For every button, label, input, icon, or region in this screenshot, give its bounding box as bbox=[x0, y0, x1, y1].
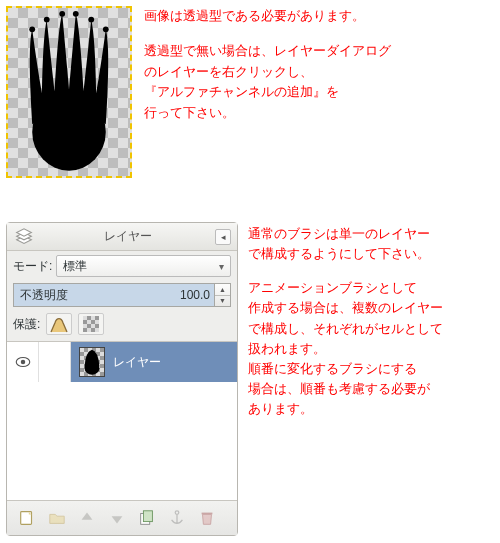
svg-point-16 bbox=[175, 511, 179, 515]
layer-row[interactable]: レイヤー bbox=[7, 342, 237, 382]
svg-point-1 bbox=[29, 26, 35, 32]
svg-point-4 bbox=[73, 11, 79, 17]
text-line: 『アルファチャンネルの追加』を bbox=[144, 84, 339, 99]
text-line: 透過型で無い場合は、レイヤーダイアログ bbox=[144, 43, 391, 58]
visibility-toggle[interactable] bbox=[7, 342, 39, 382]
new-layer-button[interactable] bbox=[13, 505, 41, 531]
link-toggle[interactable] bbox=[39, 342, 71, 382]
text-line: 通常のブラシは単一のレイヤー bbox=[248, 226, 430, 241]
layers-icon bbox=[13, 227, 35, 247]
new-group-button[interactable] bbox=[43, 505, 71, 531]
mode-select[interactable]: 標準 ▾ bbox=[56, 255, 231, 277]
collapse-button[interactable]: ◂ bbox=[215, 229, 231, 245]
dialog-titlebar: レイヤー ◂ bbox=[7, 223, 237, 251]
text-line: 行って下さい。 bbox=[144, 105, 235, 120]
lock-label: 保護: bbox=[13, 316, 40, 333]
move-down-button[interactable] bbox=[103, 505, 131, 531]
instruction-text-top: 画像は透過型である必要があります。 透過型で無い場合は、レイヤーダイアログ のレ… bbox=[144, 6, 391, 138]
step-up-icon[interactable]: ▲ bbox=[215, 284, 230, 296]
canvas-preview bbox=[6, 6, 132, 178]
text-line: 作成する場合は、複数のレイヤー bbox=[248, 300, 443, 315]
svg-point-2 bbox=[44, 17, 50, 23]
step-down-icon[interactable]: ▼ bbox=[215, 296, 230, 307]
opacity-slider[interactable]: 不透明度 100.0 ▲ ▼ bbox=[13, 283, 231, 307]
mode-label: モード: bbox=[13, 258, 52, 275]
text-line: 順番に変化するブラシにする bbox=[248, 361, 417, 376]
svg-point-5 bbox=[88, 17, 94, 23]
delete-layer-button[interactable] bbox=[193, 505, 221, 531]
text-line: で構成し、それぞれがセルとして bbox=[248, 321, 443, 336]
mode-row: モード: 標準 ▾ bbox=[7, 251, 237, 281]
opacity-label: 不透明度 bbox=[20, 287, 68, 304]
move-up-button[interactable] bbox=[73, 505, 101, 531]
layer-thumbnail bbox=[79, 347, 105, 377]
dialog-toolbar bbox=[7, 501, 237, 535]
svg-point-6 bbox=[103, 26, 109, 32]
text-line: 扱われます。 bbox=[248, 341, 326, 356]
instruction-text-side: 通常のブラシは単一のレイヤー で構成するようにして下さい。 アニメーションブラシ… bbox=[248, 224, 498, 433]
text-line: のレイヤーを右クリックし、 bbox=[144, 64, 313, 79]
dialog-title: レイヤー bbox=[41, 228, 215, 245]
layer-name[interactable]: レイヤー bbox=[113, 354, 161, 371]
lock-row: 保護: bbox=[7, 311, 237, 341]
opacity-stepper[interactable]: ▲ ▼ bbox=[214, 284, 230, 306]
mode-value: 標準 bbox=[63, 258, 87, 275]
anchor-layer-button[interactable] bbox=[163, 505, 191, 531]
text-line: で構成するようにして下さい。 bbox=[248, 246, 430, 261]
text-line: あります。 bbox=[248, 401, 313, 416]
svg-rect-17 bbox=[202, 513, 213, 515]
text-line: アニメーションブラシとして bbox=[248, 280, 417, 295]
svg-point-3 bbox=[59, 11, 65, 17]
opacity-value: 100.0 bbox=[180, 288, 210, 302]
duplicate-layer-button[interactable] bbox=[133, 505, 161, 531]
lock-pixels-toggle[interactable] bbox=[46, 313, 72, 335]
lock-alpha-toggle[interactable] bbox=[78, 313, 104, 335]
chevron-down-icon: ▾ bbox=[219, 261, 224, 272]
layer-list: レイヤー bbox=[7, 341, 237, 501]
svg-rect-15 bbox=[143, 511, 152, 522]
text-line: 場合は、順番も考慮する必要が bbox=[248, 381, 430, 396]
layers-dialog: レイヤー ◂ モード: 標準 ▾ 不透明度 100.0 ▲ ▼ 保護: bbox=[6, 222, 238, 536]
svg-point-11 bbox=[20, 360, 25, 365]
text-line: 画像は透過型である必要があります。 bbox=[144, 6, 391, 27]
